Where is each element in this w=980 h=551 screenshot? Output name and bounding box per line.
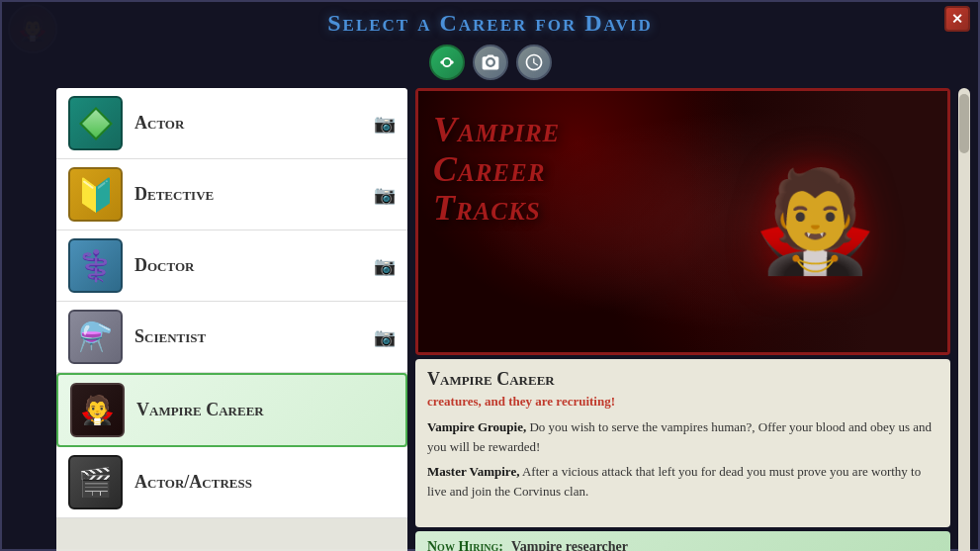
scrollbar-thumb bbox=[959, 94, 969, 153]
actor-camera-icon: 📷 bbox=[374, 113, 396, 135]
career-item-doctor[interactable]: ⚕️ Doctor 📷 bbox=[56, 230, 407, 302]
detail-scrollbar[interactable] bbox=[958, 88, 970, 551]
dialog-header: Select a Career for David ✕ bbox=[2, 2, 978, 41]
detective-camera-icon: 📷 bbox=[374, 184, 396, 206]
career-item-actor[interactable]: Actor 📷 bbox=[56, 88, 407, 159]
para2-bold: Master Vampire, bbox=[427, 464, 519, 479]
detective-label: Detective bbox=[134, 184, 366, 205]
scientist-camera-icon: 📷 bbox=[374, 326, 396, 348]
photo-filter[interactable] bbox=[473, 45, 508, 80]
actor-actress-label: Actor/Actress bbox=[134, 472, 396, 493]
vampire-face-area: 🧛 bbox=[683, 91, 948, 352]
main-content: Actor 📷 🔰 Detective 📷 ⚕️ Doctor 📷 bbox=[2, 88, 978, 551]
actor-actress-icon: 🎬 bbox=[68, 455, 123, 509]
actor-icon bbox=[68, 96, 123, 150]
desc-subtitle: creatures, and they are recruiting! bbox=[427, 394, 938, 410]
hiring-bar: Now Hiring: Vampire researcher bbox=[415, 531, 950, 551]
close-button[interactable]: ✕ bbox=[944, 6, 970, 32]
image-text-line3: Tracks bbox=[433, 189, 560, 229]
actor-label: Actor bbox=[134, 113, 366, 134]
hiring-label: Now Hiring: bbox=[427, 539, 503, 551]
para1-bold: Vampire Groupie, bbox=[427, 419, 526, 434]
career-item-detective[interactable]: 🔰 Detective 📷 bbox=[56, 159, 407, 230]
career-item-actor-actress[interactable]: 🎬 Actor/Actress bbox=[56, 447, 407, 518]
career-item-vampire[interactable]: 🧛 Vampire Career bbox=[56, 373, 407, 447]
filter-row bbox=[2, 41, 978, 88]
image-text-overlay: Vampire Career Tracks bbox=[433, 111, 560, 229]
desc-paragraph-1: Vampire Groupie, Do you wish to serve th… bbox=[427, 417, 938, 456]
career-image: 🧛 Vampire Career Tracks bbox=[415, 88, 950, 355]
clock-filter[interactable] bbox=[516, 45, 552, 80]
dialog-title: Select a Career for David bbox=[2, 10, 978, 37]
image-text-line2: Career bbox=[433, 150, 560, 190]
dialog-container: Select a Career for David ✕ Actor 📷 bbox=[0, 0, 980, 551]
detective-icon: 🔰 bbox=[68, 167, 123, 222]
clock-icon bbox=[524, 52, 544, 72]
career-item-scientist[interactable]: ⚗️ Scientist 📷 bbox=[56, 302, 407, 373]
camera-icon bbox=[481, 52, 500, 72]
image-text-line1: Vampire bbox=[433, 111, 560, 150]
infinity-icon bbox=[437, 52, 457, 72]
doctor-icon: ⚕️ bbox=[68, 238, 123, 293]
scientist-icon: ⚗️ bbox=[68, 310, 123, 364]
vampire-career-icon: 🧛 bbox=[70, 383, 125, 437]
career-detail: 🧛 Vampire Career Tracks Vampire Career c… bbox=[415, 88, 950, 551]
career-list: Actor 📷 🔰 Detective 📷 ⚕️ Doctor 📷 bbox=[56, 88, 407, 551]
doctor-label: Doctor bbox=[134, 255, 366, 276]
desc-paragraph-2: Master Vampire, After a vicious attack t… bbox=[427, 462, 938, 501]
all-careers-filter[interactable] bbox=[429, 45, 465, 80]
hiring-value: Vampire researcher bbox=[511, 539, 628, 551]
doctor-camera-icon: 📷 bbox=[374, 255, 396, 277]
vampire-career-label: Vampire Career bbox=[136, 400, 394, 420]
desc-title: Vampire Career bbox=[427, 369, 938, 390]
scientist-label: Scientist bbox=[134, 326, 366, 347]
career-description: Vampire Career creatures, and they are r… bbox=[415, 359, 950, 527]
